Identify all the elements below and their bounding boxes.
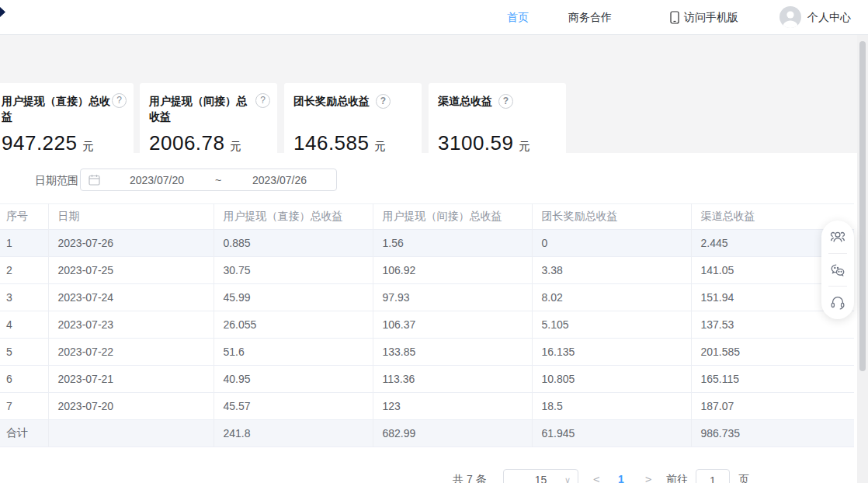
group-icon[interactable]	[821, 221, 854, 253]
table-cell: 2023-07-25	[48, 257, 214, 284]
stat-title: 用户提现（间接）总收益	[149, 93, 254, 124]
scrollbar-track[interactable]	[857, 35, 868, 483]
logo-fragment	[0, 7, 5, 17]
table-cell: 0.885	[214, 230, 373, 257]
table-cell: 106.92	[373, 257, 532, 284]
table-row: 62023-07-2140.95113.3610.805165.115	[0, 366, 854, 393]
table-cell: 7	[0, 393, 48, 420]
table-row: 12023-07-260.8851.5602.445	[0, 230, 854, 257]
stat-title: 团长奖励总收益?	[293, 93, 412, 109]
table-cell: 40.95	[214, 366, 373, 393]
table-cell: 2023-07-21	[48, 366, 214, 393]
table-cell: 2023-07-24	[48, 284, 214, 311]
table-cell: 2023-07-20	[48, 393, 214, 420]
table-cell: 45.99	[214, 284, 373, 311]
column-header: 日期	[48, 204, 214, 230]
table-cell: 165.115	[691, 366, 854, 393]
table-cell: 1	[0, 230, 48, 257]
column-header: 序号	[0, 204, 48, 230]
table-cell: 61.945	[532, 420, 691, 447]
question-icon[interactable]: ?	[376, 94, 391, 109]
nav-item-mobile-version[interactable]: 访问手机版	[670, 0, 738, 34]
table-row: 52023-07-2251.6133.8516.135201.585	[0, 339, 854, 366]
nav-item-business[interactable]: 商务合作	[568, 0, 612, 34]
table-cell: 2023-07-22	[48, 339, 214, 366]
column-header: 用户提现（间接）总收益	[373, 204, 532, 230]
top-navbar: 首页 商务合作 访问手机版 个人中心	[0, 0, 868, 35]
chevron-down-icon: ∨	[564, 470, 571, 483]
pagination-total: 共 7 条	[453, 473, 487, 483]
table-cell: 106.37	[373, 311, 532, 339]
user-icon	[779, 6, 801, 28]
nav-item-home[interactable]: 首页	[507, 0, 529, 34]
calendar-icon	[89, 174, 100, 186]
end-date-input[interactable]: 2023/07/26	[223, 174, 336, 186]
table-cell: 133.85	[373, 339, 532, 366]
table-cell: 2023-07-23	[48, 311, 214, 339]
page-size-select[interactable]: 15 ∨	[503, 469, 578, 483]
question-icon[interactable]: ?	[498, 94, 513, 109]
stats-section: 用户提现（直接）总收益 ? 947.225元 用户提现（间接）总收益 ? 200…	[0, 35, 868, 153]
table-total-row: 合计241.8682.9961.945986.735	[0, 420, 854, 447]
table-cell: 2023-07-26	[48, 230, 214, 257]
stat-title: 渠道总收益?	[438, 93, 557, 109]
nav-item-label: 访问手机版	[684, 0, 738, 34]
table-cell: 1.56	[373, 230, 532, 257]
table-cell: 18.5	[532, 393, 691, 420]
table-cell: 123	[373, 393, 532, 420]
table-cell: 113.36	[373, 366, 532, 393]
table-cell: 6	[0, 366, 48, 393]
stat-value: 146.585元	[293, 131, 385, 155]
stat-value: 947.225元	[2, 131, 93, 155]
column-header: 用户提现（直接）总收益	[214, 204, 373, 230]
date-separator: ~	[214, 174, 223, 186]
phone-icon	[670, 11, 679, 24]
stat-value: 2006.78元	[149, 131, 241, 155]
scrollbar-thumb[interactable]	[859, 41, 866, 371]
table-row: 32023-07-2445.9997.938.02151.94	[0, 284, 854, 311]
wechat-icon[interactable]	[821, 254, 854, 287]
table-cell: 5	[0, 339, 48, 366]
table-cell: 241.8	[214, 420, 373, 447]
page-suffix-label: 页	[738, 473, 749, 483]
table-row: 22023-07-2530.75106.923.38141.05	[0, 257, 854, 284]
headset-icon[interactable]	[821, 287, 854, 319]
table-row: 72023-07-2045.5712318.5187.07	[0, 393, 854, 420]
goto-page-input[interactable]	[696, 469, 730, 483]
table-cell	[48, 420, 214, 447]
table-cell: 10.805	[532, 366, 691, 393]
avatar[interactable]	[779, 6, 801, 28]
nav-item-profile[interactable]: 个人中心	[807, 0, 851, 34]
stat-title: 用户提现（直接）总收益	[2, 93, 110, 124]
table-cell: 682.99	[373, 420, 532, 447]
current-page-button[interactable]: 1	[618, 473, 624, 483]
start-date-input[interactable]: 2023/07/20	[100, 174, 214, 186]
table-cell: 5.105	[532, 311, 691, 339]
stat-value: 3100.59元	[438, 131, 529, 155]
table-cell: 97.93	[373, 284, 532, 311]
goto-label: 前往	[666, 473, 688, 483]
table-cell: 51.6	[214, 339, 373, 366]
table-cell: 986.735	[691, 420, 854, 447]
table-cell: 187.07	[691, 393, 854, 420]
question-icon[interactable]: ?	[255, 93, 270, 108]
table-header: 序号日期用户提现（直接）总收益用户提现（间接）总收益团长奖励总收益渠道总收益	[0, 204, 854, 230]
table-cell: 16.135	[532, 339, 691, 366]
table-cell: 3.38	[532, 257, 691, 284]
side-tools-panel	[821, 221, 854, 319]
table-cell: 201.585	[691, 339, 854, 366]
table-cell: 8.02	[532, 284, 691, 311]
table-cell: 4	[0, 311, 48, 339]
table-cell: 45.57	[214, 393, 373, 420]
prev-page-button[interactable]: <	[593, 473, 599, 483]
date-range-picker[interactable]: 2023/07/20 ~ 2023/07/26	[80, 169, 337, 191]
question-icon[interactable]: ?	[112, 93, 127, 108]
date-range-label: 日期范围	[35, 174, 78, 188]
column-header: 团长奖励总收益	[532, 204, 691, 230]
pagination-bar: 共 7 条 15 ∨ < 1 > 前往 页	[0, 469, 854, 483]
table-cell: 30.75	[214, 257, 373, 284]
table-cell: 0	[532, 230, 691, 257]
table-cell: 2	[0, 257, 48, 284]
table-row: 42023-07-2326.055106.375.105137.53	[0, 311, 854, 339]
next-page-button[interactable]: >	[645, 473, 651, 483]
